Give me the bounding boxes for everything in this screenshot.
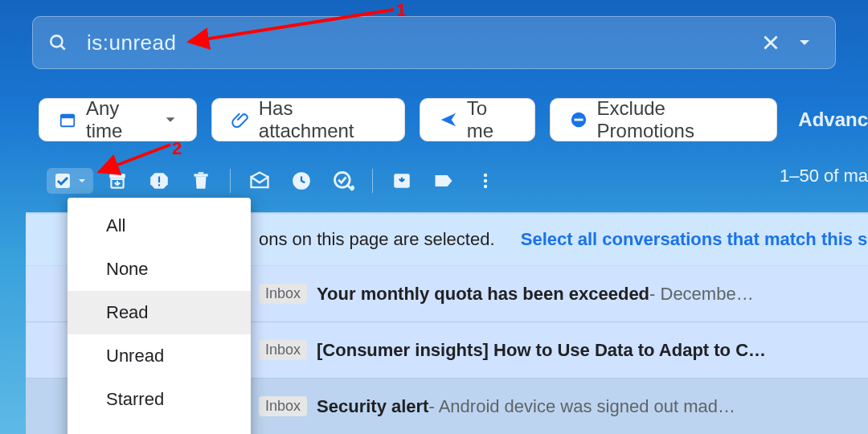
action-toolbar: 1–50 of ma (47, 159, 868, 203)
report-spam-icon[interactable] (141, 163, 177, 199)
svg-rect-9 (109, 174, 125, 178)
svg-point-0 (51, 35, 62, 47)
chevron-down-icon (164, 113, 177, 126)
svg-rect-13 (199, 172, 204, 174)
archive-icon[interactable] (100, 163, 135, 199)
exclude-icon (570, 111, 588, 129)
svg-rect-12 (194, 174, 207, 176)
svg-line-1 (60, 45, 64, 49)
email-subject: [Consumer insights] How to Use Data to A… (317, 340, 766, 361)
select-all-matching-link[interactable]: Select all conversations that match this… (521, 229, 868, 250)
calendar-icon (59, 111, 76, 129)
search-bar[interactable]: is:unread (32, 16, 836, 69)
select-all-button[interactable] (47, 168, 93, 194)
chip-label: To me (467, 97, 515, 142)
chip-to-me[interactable]: To me (420, 98, 535, 141)
svg-point-21 (484, 179, 487, 182)
banner-text: ons on this page are selected. (259, 229, 495, 250)
search-input[interactable]: is:unread (87, 31, 754, 55)
label-badge: Inbox (259, 396, 307, 416)
page-counter: 1–50 of ma (780, 166, 868, 186)
dropdown-item-unread[interactable]: Unread (68, 334, 251, 378)
dropdown-item-read[interactable]: Read (68, 291, 251, 334)
delete-icon[interactable] (183, 163, 219, 199)
annotation-number-1: 1 (396, 0, 406, 21)
chip-exclude-promotions[interactable]: Exclude Promotions (550, 98, 778, 141)
chevron-down-icon (77, 176, 87, 186)
svg-point-20 (484, 174, 487, 177)
email-subject: Your monthly quota has been exceeded (317, 284, 649, 305)
annotation-number-2: 2 (172, 138, 182, 159)
svg-rect-10 (158, 177, 160, 183)
send-icon (440, 111, 457, 129)
labels-icon[interactable] (426, 163, 461, 199)
dropdown-item-none[interactable]: None (68, 248, 251, 291)
svg-rect-7 (574, 119, 583, 121)
chip-label: Has attachment (259, 97, 385, 142)
dropdown-item-starred[interactable]: Starred (68, 378, 251, 421)
mark-read-icon[interactable] (242, 163, 277, 199)
clear-icon[interactable] (754, 26, 788, 59)
checkbox-checked-icon (53, 171, 72, 190)
filter-chips: Any time Has attachment To me Exclude Pr… (39, 95, 868, 145)
email-snippet: - Decembe… (649, 284, 754, 305)
search-options-icon[interactable] (788, 26, 821, 59)
more-icon[interactable] (468, 163, 503, 199)
dropdown-item-unstarred[interactable]: Unstarred (68, 421, 251, 434)
select-dropdown-menu: All None Read Unread Starred Unstarred (68, 198, 251, 434)
add-to-tasks-icon[interactable] (326, 163, 361, 199)
email-snippet: - Android device was signed out mad… (428, 396, 735, 417)
svg-rect-11 (158, 184, 160, 186)
snooze-icon[interactable] (284, 163, 319, 199)
search-icon (47, 31, 69, 54)
advanced-search-link[interactable]: Advanc (798, 108, 868, 131)
move-to-icon[interactable] (384, 163, 420, 199)
chip-label: Exclude Promotions (597, 97, 758, 142)
separator (372, 169, 373, 193)
chip-any-time[interactable]: Any time (39, 98, 197, 141)
dropdown-item-all[interactable]: All (68, 204, 251, 248)
label-badge: Inbox (259, 340, 307, 360)
chip-has-attachment[interactable]: Has attachment (211, 98, 405, 141)
svg-point-22 (484, 185, 487, 188)
chip-label: Any time (86, 97, 154, 142)
label-badge: Inbox (259, 284, 307, 304)
email-subject: Security alert (317, 396, 428, 417)
attachment-icon (231, 111, 249, 129)
separator (230, 169, 231, 193)
svg-rect-5 (61, 115, 75, 119)
